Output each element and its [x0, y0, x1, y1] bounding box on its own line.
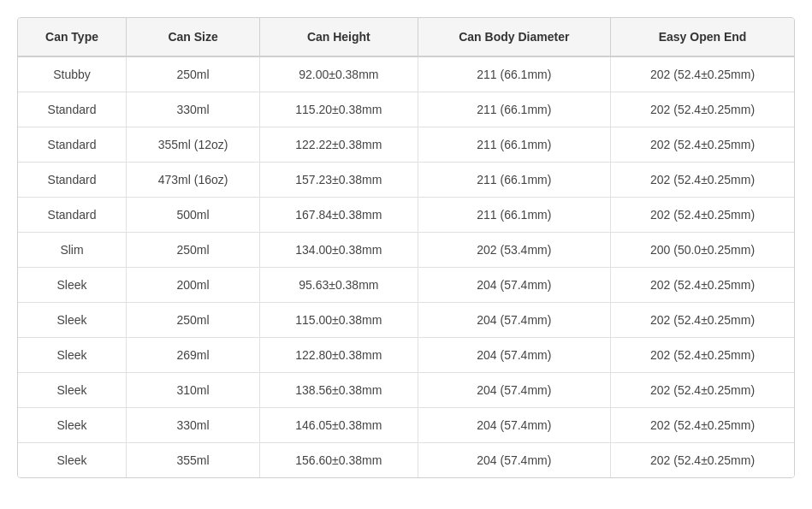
cell-can-body-diameter: 211 (66.1mm)	[418, 127, 611, 163]
cell-easy-open-end: 202 (52.4±0.25mm)	[611, 303, 794, 338]
cell-can-type: Sleek	[18, 443, 127, 478]
cell-can-type: Sleek	[18, 268, 127, 303]
cell-can-size: 250ml	[127, 56, 260, 92]
table-row: Slim250ml134.00±0.38mm202 (53.4mm)200 (5…	[18, 233, 794, 268]
col-header-can-body-diameter: Can Body Diameter	[418, 18, 611, 56]
table-row: Stubby250ml92.00±0.38mm211 (66.1mm)202 (…	[18, 56, 794, 92]
table-row: Standard473ml (16oz)157.23±0.38mm211 (66…	[18, 163, 794, 198]
cell-can-type: Sleek	[18, 303, 127, 338]
cell-easy-open-end: 200 (50.0±0.25mm)	[611, 233, 794, 268]
cell-can-height: 167.84±0.38mm	[260, 198, 418, 233]
cell-can-size: 473ml (16oz)	[127, 163, 260, 198]
cell-easy-open-end: 202 (52.4±0.25mm)	[611, 127, 794, 163]
table-row: Standard355ml (12oz)122.22±0.38mm211 (66…	[18, 127, 794, 163]
cell-can-type: Sleek	[18, 373, 127, 408]
table-row: Sleek310ml138.56±0.38mm204 (57.4mm)202 (…	[18, 373, 794, 408]
cell-easy-open-end: 202 (52.4±0.25mm)	[611, 92, 794, 127]
col-header-can-height: Can Height	[260, 18, 418, 56]
cell-can-body-diameter: 204 (57.4mm)	[418, 408, 611, 443]
cell-can-type: Sleek	[18, 408, 127, 443]
cell-can-body-diameter: 211 (66.1mm)	[418, 92, 611, 127]
cell-can-type: Slim	[18, 233, 127, 268]
cell-can-size: 250ml	[127, 233, 260, 268]
cell-can-height: 115.00±0.38mm	[260, 303, 418, 338]
table-header-row: Can Type Can Size Can Height Can Body Di…	[18, 18, 794, 56]
cell-can-height: 134.00±0.38mm	[260, 233, 418, 268]
cell-can-height: 156.60±0.38mm	[260, 443, 418, 478]
col-header-can-size: Can Size	[127, 18, 260, 56]
col-header-can-type: Can Type	[18, 18, 127, 56]
cell-can-size: 310ml	[127, 373, 260, 408]
cell-can-body-diameter: 211 (66.1mm)	[418, 163, 611, 198]
cell-easy-open-end: 202 (52.4±0.25mm)	[611, 338, 794, 373]
cell-can-height: 95.63±0.38mm	[260, 268, 418, 303]
cell-can-type: Standard	[18, 198, 127, 233]
cell-can-size: 269ml	[127, 338, 260, 373]
cell-can-body-diameter: 202 (53.4mm)	[418, 233, 611, 268]
cell-can-size: 330ml	[127, 92, 260, 127]
table-row: Sleek355ml156.60±0.38mm204 (57.4mm)202 (…	[18, 443, 794, 478]
table-row: Sleek200ml95.63±0.38mm204 (57.4mm)202 (5…	[18, 268, 794, 303]
can-specifications-table: Can Type Can Size Can Height Can Body Di…	[17, 17, 795, 478]
cell-can-size: 330ml	[127, 408, 260, 443]
cell-can-body-diameter: 204 (57.4mm)	[418, 373, 611, 408]
cell-can-size: 355ml	[127, 443, 260, 478]
cell-can-size: 250ml	[127, 303, 260, 338]
cell-can-type: Sleek	[18, 338, 127, 373]
cell-can-height: 115.20±0.38mm	[260, 92, 418, 127]
cell-easy-open-end: 202 (52.4±0.25mm)	[611, 268, 794, 303]
cell-can-height: 138.56±0.38mm	[260, 373, 418, 408]
cell-can-type: Standard	[18, 92, 127, 127]
cell-can-size: 200ml	[127, 268, 260, 303]
table-row: Standard330ml115.20±0.38mm211 (66.1mm)20…	[18, 92, 794, 127]
cell-can-height: 157.23±0.38mm	[260, 163, 418, 198]
cell-can-type: Stubby	[18, 56, 127, 92]
cell-easy-open-end: 202 (52.4±0.25mm)	[611, 163, 794, 198]
cell-can-body-diameter: 211 (66.1mm)	[418, 56, 611, 92]
cell-can-height: 92.00±0.38mm	[260, 56, 418, 92]
cell-can-height: 122.22±0.38mm	[260, 127, 418, 163]
cell-can-body-diameter: 204 (57.4mm)	[418, 303, 611, 338]
cell-easy-open-end: 202 (52.4±0.25mm)	[611, 373, 794, 408]
cell-can-body-diameter: 204 (57.4mm)	[418, 443, 611, 478]
table-row: Sleek250ml115.00±0.38mm204 (57.4mm)202 (…	[18, 303, 794, 338]
cell-can-size: 355ml (12oz)	[127, 127, 260, 163]
cell-can-body-diameter: 211 (66.1mm)	[418, 198, 611, 233]
table-row: Standard500ml167.84±0.38mm211 (66.1mm)20…	[18, 198, 794, 233]
cell-easy-open-end: 202 (52.4±0.25mm)	[611, 408, 794, 443]
cell-can-height: 122.80±0.38mm	[260, 338, 418, 373]
cell-can-type: Standard	[18, 127, 127, 163]
cell-can-body-diameter: 204 (57.4mm)	[418, 268, 611, 303]
cell-can-height: 146.05±0.38mm	[260, 408, 418, 443]
cell-easy-open-end: 202 (52.4±0.25mm)	[611, 443, 794, 478]
col-header-easy-open-end: Easy Open End	[611, 18, 794, 56]
cell-can-type: Standard	[18, 163, 127, 198]
table-row: Sleek269ml122.80±0.38mm204 (57.4mm)202 (…	[18, 338, 794, 373]
table-row: Sleek330ml146.05±0.38mm204 (57.4mm)202 (…	[18, 408, 794, 443]
cell-easy-open-end: 202 (52.4±0.25mm)	[611, 56, 794, 92]
cell-easy-open-end: 202 (52.4±0.25mm)	[611, 198, 794, 233]
cell-can-body-diameter: 204 (57.4mm)	[418, 338, 611, 373]
cell-can-size: 500ml	[127, 198, 260, 233]
